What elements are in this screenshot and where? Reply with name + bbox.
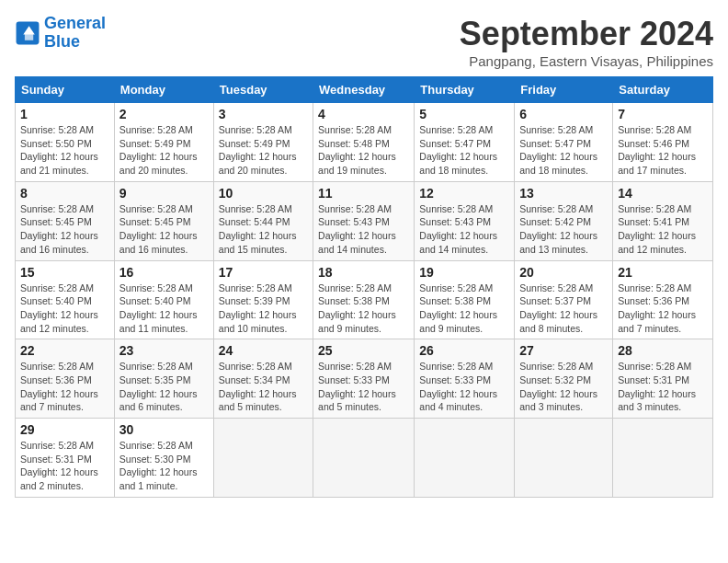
day-number: 8: [20, 186, 109, 201]
title-block: September 2024 Pangpang, Eastern Visayas…: [460, 15, 713, 69]
calendar-day-cell: 15Sunrise: 5:28 AM Sunset: 5:40 PM Dayli…: [16, 260, 115, 339]
calendar-header: SundayMondayTuesdayWednesdayThursdayFrid…: [16, 77, 713, 103]
day-detail: Sunrise: 5:28 AM Sunset: 5:31 PM Dayligh…: [618, 360, 708, 414]
day-detail: Sunrise: 5:28 AM Sunset: 5:43 PM Dayligh…: [419, 202, 509, 257]
day-number: 21: [618, 265, 708, 280]
calendar-day-cell: 27Sunrise: 5:28 AM Sunset: 5:32 PM Dayli…: [515, 339, 613, 419]
day-number: 15: [20, 265, 109, 280]
month-title: September 2024: [460, 15, 713, 53]
weekday-header-row: SundayMondayTuesdayWednesdayThursdayFrid…: [16, 77, 713, 103]
calendar-day-cell: [415, 419, 515, 498]
day-detail: Sunrise: 5:28 AM Sunset: 5:37 PM Dayligh…: [519, 282, 608, 336]
day-number: 14: [618, 186, 708, 201]
day-number: 6: [519, 107, 608, 121]
weekday-header-monday: Monday: [114, 77, 213, 103]
calendar-day-cell: 13Sunrise: 5:28 AM Sunset: 5:42 PM Dayli…: [515, 181, 613, 260]
day-number: 30: [119, 422, 209, 437]
location-subtitle: Pangpang, Eastern Visayas, Philippines: [460, 53, 713, 69]
calendar-day-cell: 18Sunrise: 5:28 AM Sunset: 5:38 PM Dayli…: [313, 260, 415, 339]
day-number: 9: [119, 186, 209, 201]
calendar-body: 1Sunrise: 5:28 AM Sunset: 5:50 PM Daylig…: [16, 103, 713, 498]
calendar-day-cell: 8Sunrise: 5:28 AM Sunset: 5:45 PM Daylig…: [16, 181, 115, 260]
day-detail: Sunrise: 5:28 AM Sunset: 5:33 PM Dayligh…: [318, 360, 409, 414]
day-detail: Sunrise: 5:28 AM Sunset: 5:45 PM Dayligh…: [20, 202, 109, 257]
page-header: General Blue September 2024 Pangpang, Ea…: [15, 15, 713, 69]
calendar-day-cell: 29Sunrise: 5:28 AM Sunset: 5:31 PM Dayli…: [16, 419, 115, 498]
day-detail: Sunrise: 5:28 AM Sunset: 5:38 PM Dayligh…: [318, 282, 409, 336]
calendar-day-cell: 22Sunrise: 5:28 AM Sunset: 5:36 PM Dayli…: [16, 339, 115, 419]
calendar-day-cell: 21Sunrise: 5:28 AM Sunset: 5:36 PM Dayli…: [613, 260, 713, 339]
calendar-week-row: 29Sunrise: 5:28 AM Sunset: 5:31 PM Dayli…: [16, 419, 713, 498]
calendar-day-cell: 1Sunrise: 5:28 AM Sunset: 5:50 PM Daylig…: [16, 103, 115, 182]
day-detail: Sunrise: 5:28 AM Sunset: 5:46 PM Dayligh…: [618, 123, 708, 178]
day-number: 11: [318, 186, 409, 201]
calendar-day-cell: 4Sunrise: 5:28 AM Sunset: 5:48 PM Daylig…: [313, 103, 415, 182]
day-detail: Sunrise: 5:28 AM Sunset: 5:42 PM Dayligh…: [519, 202, 608, 257]
calendar-day-cell: [313, 419, 415, 498]
calendar-week-row: 1Sunrise: 5:28 AM Sunset: 5:50 PM Daylig…: [16, 103, 713, 182]
day-number: 18: [318, 265, 409, 280]
calendar-day-cell: 16Sunrise: 5:28 AM Sunset: 5:40 PM Dayli…: [114, 260, 213, 339]
day-detail: Sunrise: 5:28 AM Sunset: 5:39 PM Dayligh…: [219, 282, 308, 336]
day-number: 3: [219, 107, 308, 121]
day-number: 16: [119, 265, 209, 280]
day-number: 19: [419, 265, 509, 280]
calendar-day-cell: 5Sunrise: 5:28 AM Sunset: 5:47 PM Daylig…: [415, 103, 515, 182]
day-number: 29: [20, 422, 109, 437]
logo-line1: General: [44, 14, 106, 32]
day-detail: Sunrise: 5:28 AM Sunset: 5:31 PM Dayligh…: [20, 439, 109, 493]
day-detail: Sunrise: 5:28 AM Sunset: 5:45 PM Dayligh…: [119, 202, 209, 257]
calendar-day-cell: 10Sunrise: 5:28 AM Sunset: 5:44 PM Dayli…: [213, 181, 313, 260]
logo: General Blue: [15, 15, 106, 52]
day-detail: Sunrise: 5:28 AM Sunset: 5:33 PM Dayligh…: [419, 360, 509, 414]
calendar-day-cell: 7Sunrise: 5:28 AM Sunset: 5:46 PM Daylig…: [613, 103, 713, 182]
weekday-header-friday: Friday: [515, 77, 613, 103]
day-detail: Sunrise: 5:28 AM Sunset: 5:47 PM Dayligh…: [419, 123, 509, 178]
weekday-header-saturday: Saturday: [613, 77, 713, 103]
logo-text: General Blue: [44, 15, 106, 52]
day-detail: Sunrise: 5:28 AM Sunset: 5:38 PM Dayligh…: [419, 282, 509, 336]
calendar-day-cell: 24Sunrise: 5:28 AM Sunset: 5:34 PM Dayli…: [213, 339, 313, 419]
weekday-header-tuesday: Tuesday: [213, 77, 313, 103]
calendar-week-row: 22Sunrise: 5:28 AM Sunset: 5:36 PM Dayli…: [16, 339, 713, 419]
day-detail: Sunrise: 5:28 AM Sunset: 5:48 PM Dayligh…: [318, 123, 409, 178]
day-detail: Sunrise: 5:28 AM Sunset: 5:41 PM Dayligh…: [618, 202, 708, 257]
day-number: 1: [20, 107, 109, 121]
calendar-table: SundayMondayTuesdayWednesdayThursdayFrid…: [15, 76, 713, 498]
day-number: 2: [119, 107, 209, 121]
day-number: 12: [419, 186, 509, 201]
day-detail: Sunrise: 5:28 AM Sunset: 5:44 PM Dayligh…: [219, 202, 308, 257]
day-number: 24: [219, 343, 308, 358]
day-detail: Sunrise: 5:28 AM Sunset: 5:40 PM Dayligh…: [119, 282, 209, 336]
day-number: 7: [618, 107, 708, 121]
day-detail: Sunrise: 5:28 AM Sunset: 5:36 PM Dayligh…: [618, 282, 708, 336]
day-number: 5: [419, 107, 509, 121]
svg-marker-2: [25, 33, 33, 40]
day-detail: Sunrise: 5:28 AM Sunset: 5:50 PM Dayligh…: [20, 123, 109, 178]
calendar-day-cell: 19Sunrise: 5:28 AM Sunset: 5:38 PM Dayli…: [415, 260, 515, 339]
day-number: 23: [119, 343, 209, 358]
day-number: 4: [318, 107, 409, 121]
calendar-day-cell: [613, 419, 713, 498]
day-detail: Sunrise: 5:28 AM Sunset: 5:30 PM Dayligh…: [119, 439, 209, 493]
weekday-header-wednesday: Wednesday: [313, 77, 415, 103]
day-detail: Sunrise: 5:28 AM Sunset: 5:47 PM Dayligh…: [519, 123, 608, 178]
day-detail: Sunrise: 5:28 AM Sunset: 5:49 PM Dayligh…: [119, 123, 209, 178]
day-number: 10: [219, 186, 308, 201]
calendar-day-cell: 3Sunrise: 5:28 AM Sunset: 5:49 PM Daylig…: [213, 103, 313, 182]
calendar-day-cell: [515, 419, 613, 498]
calendar-day-cell: 30Sunrise: 5:28 AM Sunset: 5:30 PM Dayli…: [114, 419, 213, 498]
day-detail: Sunrise: 5:28 AM Sunset: 5:36 PM Dayligh…: [20, 360, 109, 414]
calendar-day-cell: 26Sunrise: 5:28 AM Sunset: 5:33 PM Dayli…: [415, 339, 515, 419]
day-detail: Sunrise: 5:28 AM Sunset: 5:49 PM Dayligh…: [219, 123, 308, 178]
day-detail: Sunrise: 5:28 AM Sunset: 5:32 PM Dayligh…: [519, 360, 608, 414]
calendar-day-cell: 11Sunrise: 5:28 AM Sunset: 5:43 PM Dayli…: [313, 181, 415, 260]
weekday-header-sunday: Sunday: [16, 77, 115, 103]
day-detail: Sunrise: 5:28 AM Sunset: 5:34 PM Dayligh…: [219, 360, 308, 414]
calendar-day-cell: 25Sunrise: 5:28 AM Sunset: 5:33 PM Dayli…: [313, 339, 415, 419]
day-number: 17: [219, 265, 308, 280]
day-number: 25: [318, 343, 409, 358]
calendar-day-cell: 9Sunrise: 5:28 AM Sunset: 5:45 PM Daylig…: [114, 181, 213, 260]
calendar-day-cell: [213, 419, 313, 498]
calendar-day-cell: 6Sunrise: 5:28 AM Sunset: 5:47 PM Daylig…: [515, 103, 613, 182]
